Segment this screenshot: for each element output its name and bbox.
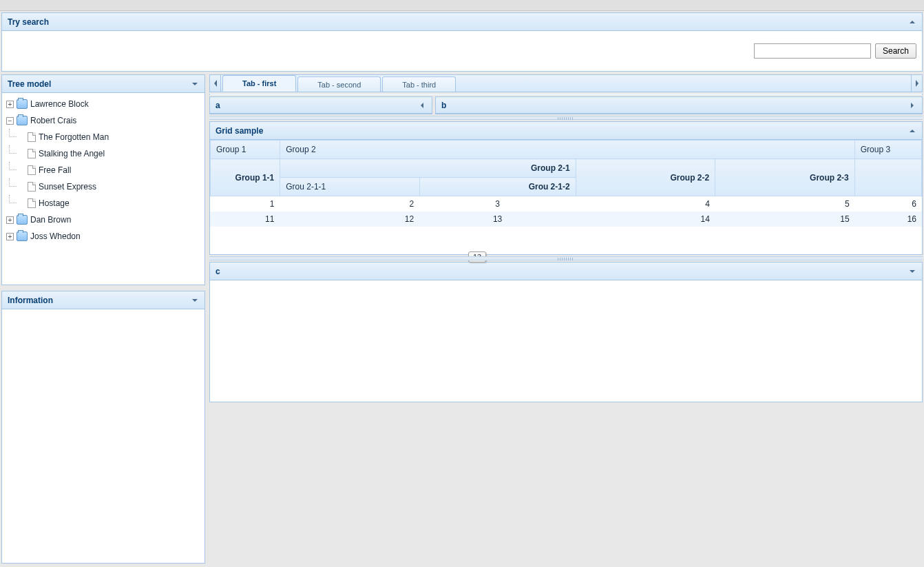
expand-icon[interactable]: + <box>6 101 14 108</box>
information-panel-title: Information <box>8 291 53 309</box>
grid-panel: Grid sample Group 1 Group 2 Group 3 <box>209 121 923 255</box>
collapse-icon[interactable] <box>908 18 916 26</box>
panel-c-title: c <box>216 262 220 280</box>
grid-col-header[interactable]: Grou 2-1-1 <box>280 178 420 196</box>
grid-cell[interactable]: 4 <box>576 196 715 212</box>
tree-node-label: Robert Crais <box>30 113 76 128</box>
grid-cell[interactable]: 2 <box>280 196 419 212</box>
tab-scroll-left[interactable] <box>210 75 221 92</box>
search-panel-title: Try search <box>8 13 49 31</box>
expand-icon[interactable]: + <box>6 233 14 240</box>
horizontal-splitter[interactable] <box>209 256 923 260</box>
tree-node[interactable]: The Forgotten Man <box>16 129 203 145</box>
folder-icon <box>17 99 28 109</box>
grid-cell[interactable]: 15 <box>715 212 855 227</box>
tree-panel-title: Tree model <box>8 75 51 93</box>
tree-node-label: Dan Brown <box>30 212 71 227</box>
grid-col-header[interactable]: Group 2-1 <box>280 159 576 178</box>
tree-node-label: Hostage <box>39 196 70 211</box>
folder-icon <box>17 116 28 125</box>
chevron-left-icon[interactable] <box>418 101 426 110</box>
tab-strip: Tab - first Tab - second Tab - third <box>209 74 923 92</box>
tree-panel: Tree model + Lawrence Block <box>1 74 205 285</box>
grid-cell[interactable]: 14 <box>576 212 715 227</box>
tree-node-label: Lawrence Block <box>30 96 89 112</box>
tree-node[interactable]: + Lawrence Block <box>5 96 203 112</box>
tree-node-label: Sunset Express <box>39 179 96 194</box>
search-input[interactable] <box>754 43 871 59</box>
grid-cell[interactable]: 1 <box>210 196 280 212</box>
grid-cell[interactable]: 13 <box>419 212 576 227</box>
tree-node[interactable]: Free Fall <box>16 162 203 178</box>
tree-node-label: Free Fall <box>39 163 71 178</box>
grid-col-header[interactable]: Group 1 <box>211 141 280 159</box>
tree-node-label: The Forgotten Man <box>39 130 109 145</box>
tab-second[interactable]: Tab - second <box>297 76 381 92</box>
expand-icon[interactable]: + <box>6 216 14 224</box>
tab-scroll-right[interactable] <box>911 75 922 92</box>
grid-cell[interactable]: 11 <box>210 212 280 227</box>
search-button[interactable]: Search <box>875 43 916 59</box>
grid-cell[interactable]: 12 <box>280 212 419 227</box>
grid-col-header[interactable]: Group 2-3 <box>715 159 855 196</box>
grid-header: Group 1 Group 2 Group 3 Group 1-1 Group … <box>210 140 922 196</box>
spacer <box>17 167 25 174</box>
file-icon <box>28 182 36 192</box>
window-titlebar-placeholder <box>0 0 924 11</box>
grid-col-header[interactable]: Group 3 <box>854 141 921 159</box>
spacer <box>17 183 25 191</box>
grid-cell[interactable]: 16 <box>855 212 922 227</box>
information-panel: Information <box>1 291 205 564</box>
spacer <box>17 150 25 158</box>
tree-node[interactable]: Stalking the Angel <box>16 145 203 162</box>
table-row[interactable]: 11 12 13 14 15 16 <box>210 212 922 227</box>
chevron-right-icon[interactable] <box>908 101 916 110</box>
tree-node[interactable]: Hostage <box>16 195 203 212</box>
panel-b: b <box>435 96 923 114</box>
tree-node[interactable]: − Robert Crais <box>5 112 203 129</box>
file-icon <box>28 165 36 175</box>
tree-node[interactable]: + Joss Whedon <box>5 228 203 245</box>
spacer <box>17 200 25 207</box>
panel-c: c <box>209 262 923 402</box>
collapse-icon[interactable] <box>908 127 916 135</box>
file-icon <box>28 132 36 142</box>
grid-col-header[interactable]: Group 2-2 <box>576 159 715 196</box>
tree-node-label: Stalking the Angel <box>39 146 105 161</box>
tree-node-label: Joss Whedon <box>30 229 81 244</box>
horizontal-splitter[interactable] <box>209 116 923 120</box>
grid-col-header[interactable]: Group 2 <box>280 141 854 159</box>
tab-third[interactable]: Tab - third <box>382 76 456 92</box>
tab-first[interactable]: Tab - first <box>222 75 296 92</box>
chevron-down-icon[interactable] <box>191 80 199 88</box>
tree: + Lawrence Block − Robert Crais <box>3 96 203 245</box>
collapse-node-icon[interactable]: − <box>6 117 14 125</box>
folder-icon <box>17 231 28 241</box>
grid-body: 1 2 3 4 5 6 11 12 13 14 15 16 <box>210 196 922 227</box>
table-row[interactable]: 1 2 3 4 5 6 <box>210 196 922 212</box>
file-icon <box>28 198 36 208</box>
grid-cell[interactable]: 5 <box>715 196 855 212</box>
panel-b-title: b <box>441 97 446 114</box>
spacer <box>17 134 25 141</box>
tree-node[interactable]: + Dan Brown <box>5 212 203 228</box>
grid-panel-title: Grid sample <box>216 122 263 140</box>
grid-cell[interactable]: 3 <box>419 196 576 212</box>
chevron-down-icon[interactable] <box>908 267 916 276</box>
panel-a: a <box>209 96 432 114</box>
tree-node[interactable]: Sunset Express <box>16 178 203 195</box>
grid-col-header[interactable]: Grou 2-1-2 <box>419 178 576 196</box>
folder-icon <box>17 215 28 225</box>
chevron-down-icon[interactable] <box>191 296 199 305</box>
grid-col-header[interactable]: Group 1-1 <box>211 159 280 196</box>
grid-col-header[interactable] <box>854 159 921 196</box>
panel-a-title: a <box>216 97 220 114</box>
grid-cell[interactable]: 6 <box>855 196 922 212</box>
file-icon <box>28 149 36 158</box>
search-panel: Try search Search <box>1 12 923 72</box>
